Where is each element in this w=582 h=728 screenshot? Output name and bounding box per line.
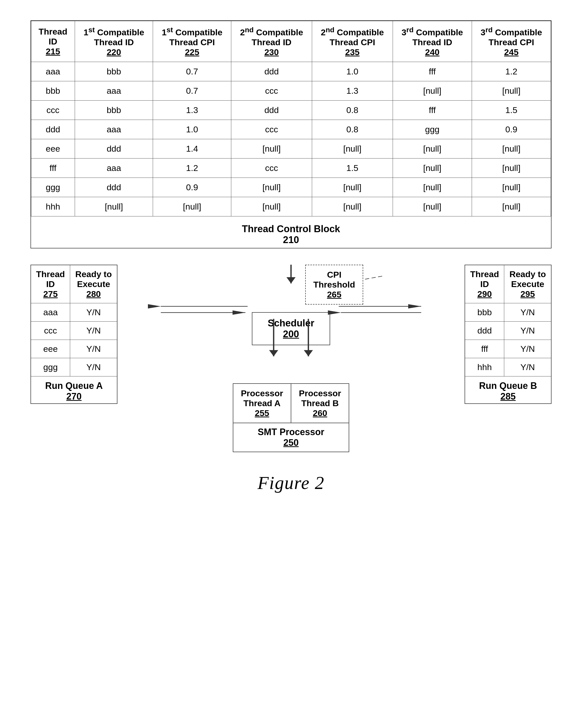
figure-label: Figure 2 <box>257 473 324 493</box>
table-body: aaabbb0.7ddd1.0fff1.2bbbaaa0.7ccc1.3[nul… <box>31 62 551 216</box>
table-cell: bbb <box>75 62 153 81</box>
queue-cell: Y/N <box>70 340 117 358</box>
right-queue-ref: 285 <box>500 391 516 401</box>
proc-a-line2: Thread A <box>244 398 281 408</box>
table-cell: aaa <box>75 81 153 101</box>
left-queue-table: ThreadID275 Ready toExecute280 aaaY/Nccc… <box>30 265 118 404</box>
table-cell: fff <box>31 158 75 178</box>
queue-cell: ddd <box>465 321 504 340</box>
table-row: aaabbb0.7ddd1.0fff1.2 <box>31 62 551 81</box>
list-item: gggY/N <box>31 358 117 376</box>
table-cell: fff <box>393 101 472 120</box>
cpi-ref: 265 <box>327 290 341 299</box>
list-item: hhhY/N <box>465 358 551 376</box>
top-table-wrapper: ThreadID215 1st CompatibleThread ID220 1… <box>30 20 552 249</box>
table-cell: ddd <box>231 101 312 120</box>
queue-cell: hhh <box>465 358 504 376</box>
table-cell: ccc <box>231 158 312 178</box>
scheduler-ref: 200 <box>283 329 299 339</box>
queue-cell: fff <box>465 340 504 358</box>
queue-cell: eee <box>31 340 70 358</box>
table-header-row: ThreadID215 1st CompatibleThread ID220 1… <box>31 21 551 62</box>
table-cell: ddd <box>231 62 312 81</box>
left-queue-body: aaaY/NcccY/NeeeY/NgggY/N <box>31 303 117 376</box>
col-header-1st-compat-id: 1st CompatibleThread ID220 <box>75 21 153 62</box>
proc-b-line2: Thread B <box>301 398 338 408</box>
table-cell: ccc <box>231 120 312 139</box>
proc-b-ref: 260 <box>313 408 327 418</box>
processor-thread-a-box: Processor Thread A 255 <box>233 383 291 423</box>
table-cell: aaa <box>75 120 153 139</box>
queue-cell: Y/N <box>70 321 117 340</box>
list-item: eeeY/N <box>31 340 117 358</box>
table-cell: [null] <box>153 197 231 216</box>
queue-cell: Y/N <box>70 358 117 376</box>
table-cell: [null] <box>393 158 472 178</box>
col-header-2nd-compat-cpi: 2nd CompatibleThread CPI235 <box>312 21 393 62</box>
queue-cell: Y/N <box>504 303 551 321</box>
table-cell: 1.0 <box>312 62 393 81</box>
col-header-thread-id: ThreadID215 <box>31 21 75 62</box>
table-row: hhh[null][null][null][null][null][null] <box>31 197 551 216</box>
smt-label-box: SMT Processor 250 <box>233 423 350 452</box>
right-queue-label-row: Run Queue B 285 <box>465 376 551 404</box>
table-cell: 0.7 <box>153 62 231 81</box>
table-cell: [null] <box>312 178 393 197</box>
table-cell: 0.8 <box>312 120 393 139</box>
table-cell: [null] <box>472 158 551 178</box>
proc-a-ref: 255 <box>255 408 269 418</box>
list-item: aaaY/N <box>31 303 117 321</box>
left-queue-label-row: Run Queue A 270 <box>31 376 117 404</box>
table-cell: [null] <box>393 197 472 216</box>
table-cell: ccc <box>231 81 312 101</box>
table-cell: 0.9 <box>153 178 231 197</box>
left-col-thread-id: ThreadID275 <box>31 265 70 303</box>
col-header-3rd-compat-cpi: 3rd CompatibleThread CPI245 <box>472 21 551 62</box>
cpi-line2: Threshold <box>313 280 355 289</box>
table-row: dddaaa1.0ccc0.8ggg0.9 <box>31 120 551 139</box>
queue-cell: bbb <box>465 303 504 321</box>
table-cell: ddd <box>75 139 153 158</box>
right-col-thread-id: ThreadID290 <box>465 265 504 303</box>
table-cell: [null] <box>312 197 393 216</box>
col-header-1st-compat-cpi: 1st CompatibleThread CPI225 <box>153 21 231 62</box>
table-caption-row: Thread Control Block 210 <box>31 216 551 248</box>
scheduler-box: Scheduler 200 <box>252 312 330 345</box>
queue-cell: ccc <box>31 321 70 340</box>
table-cell: 0.9 <box>472 120 551 139</box>
left-col-ready: Ready toExecute280 <box>70 265 117 303</box>
table-cell: 1.4 <box>153 139 231 158</box>
table-cell: [null] <box>472 197 551 216</box>
table-cell: [null] <box>231 178 312 197</box>
table-cell: [null] <box>312 139 393 158</box>
cpi-threshold-box: CPI Threshold 265 <box>305 265 363 305</box>
right-queue-container: ThreadID290 Ready toExecute295 bbbY/Nddd… <box>464 265 552 404</box>
table-cell: [null] <box>75 197 153 216</box>
table-cell: [null] <box>472 139 551 158</box>
queue-cell: Y/N <box>504 358 551 376</box>
processor-row: Processor Thread A 255 Processor Thread … <box>233 383 350 423</box>
table-cell: hhh <box>31 197 75 216</box>
queue-cell: Y/N <box>504 321 551 340</box>
scheduler-label: Scheduler <box>268 318 314 329</box>
col-header-3rd-compat-id: 3rd CompatibleThread ID240 <box>393 21 472 62</box>
queue-cell: Y/N <box>504 340 551 358</box>
table-cell: [null] <box>393 139 472 158</box>
table-cell: 1.3 <box>312 81 393 101</box>
list-item: bbbY/N <box>465 303 551 321</box>
table-cell: 0.8 <box>312 101 393 120</box>
table-cell: 1.5 <box>472 101 551 120</box>
table-cell: bbb <box>75 101 153 120</box>
table-cell: 1.2 <box>472 62 551 81</box>
table-cell: [null] <box>231 197 312 216</box>
right-queue-header-row: ThreadID290 Ready toExecute295 <box>465 265 551 303</box>
table-cell: eee <box>31 139 75 158</box>
left-queue-header-row: ThreadID275 Ready toExecute280 <box>31 265 117 303</box>
table-cell: 1.0 <box>153 120 231 139</box>
left-queue-container: ThreadID275 Ready toExecute280 aaaY/Nccc… <box>30 265 118 404</box>
diagram-section: ThreadID275 Ready toExecute280 aaaY/Nccc… <box>30 265 552 452</box>
left-queue-label: Run Queue A <box>45 381 103 391</box>
right-queue-label: Run Queue B <box>479 381 537 391</box>
smt-label: SMT Processor <box>258 427 324 437</box>
processor-thread-b-box: Processor Thread B 260 <box>291 383 349 423</box>
